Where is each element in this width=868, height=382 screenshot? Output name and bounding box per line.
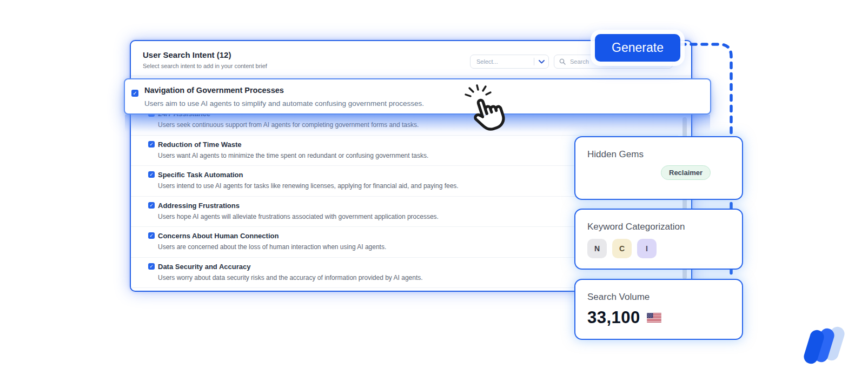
intent-description: Users seek continuous support from AI ag… <box>158 121 419 129</box>
reclaimer-badge: Reclaimer <box>661 165 711 180</box>
chevron-down-icon <box>534 60 548 64</box>
checkbox-checked[interactable]: ✓ <box>148 171 155 178</box>
keyword-categorization-title: Keyword Categorization <box>587 222 685 232</box>
us-flag-icon <box>647 313 661 323</box>
category-badge-row: N C I <box>587 239 657 258</box>
category-badge-i: I <box>637 239 657 258</box>
intent-title: Reduction of Time Waste <box>158 140 242 149</box>
hidden-gems-title: Hidden Gems <box>587 149 644 160</box>
checkbox-checked[interactable]: ✓ <box>148 141 155 148</box>
intent-description: Users intend to use AI agents for tasks … <box>158 182 459 190</box>
writesonic-logo <box>806 325 845 366</box>
intent-title: Addressing Frustrations <box>158 202 240 210</box>
search-volume-value: 33,100 <box>587 308 640 327</box>
intent-description: Users worry about data security risks an… <box>158 274 423 282</box>
intent-title: Data Security and Accuracy <box>158 263 250 271</box>
intent-description: Users are concerned about the loss of hu… <box>158 243 386 251</box>
header-divider <box>131 76 691 76</box>
checkbox-checked[interactable]: ✓ <box>131 90 138 97</box>
canvas: User Search Intent (12) Select search in… <box>0 0 868 382</box>
keyword-categorization-card: Keyword Categorization N C I <box>574 209 743 270</box>
checkbox-checked[interactable]: ✓ <box>148 232 155 239</box>
highlighted-intent-description: Users aim to use AI agents to simplify a… <box>144 99 424 108</box>
highlighted-intent-row[interactable]: ✓ Navigation of Government Processes Use… <box>124 78 711 115</box>
search-icon <box>559 58 566 65</box>
intent-title: Specific Task Automation <box>158 171 243 179</box>
category-badge-c: C <box>612 239 632 258</box>
intent-description: Users want AI agents to minimize the tim… <box>158 152 428 159</box>
search-volume-card: Search Volume 33,100 <box>574 279 743 340</box>
generate-button[interactable]: Generate <box>595 34 680 62</box>
checkbox-checked[interactable]: ✓ <box>148 263 155 270</box>
intent-description: Users hope AI agents will alleviate frus… <box>158 213 439 220</box>
hidden-gems-card: Hidden Gems Reclaimer <box>574 136 743 200</box>
panel-subtitle: Select search intent to add in your cont… <box>143 63 267 69</box>
search-volume-title: Search Volume <box>587 292 650 303</box>
highlighted-intent-title: Navigation of Government Processes <box>144 86 284 95</box>
intent-title: Concerns About Human Connection <box>158 232 279 240</box>
select-value: Select... <box>471 58 534 65</box>
checkbox-checked[interactable]: ✓ <box>148 202 155 209</box>
panel-title: User Search Intent (12) <box>143 50 231 59</box>
category-badge-n: N <box>587 239 607 258</box>
intent-filter-select[interactable]: Select... <box>470 55 549 69</box>
